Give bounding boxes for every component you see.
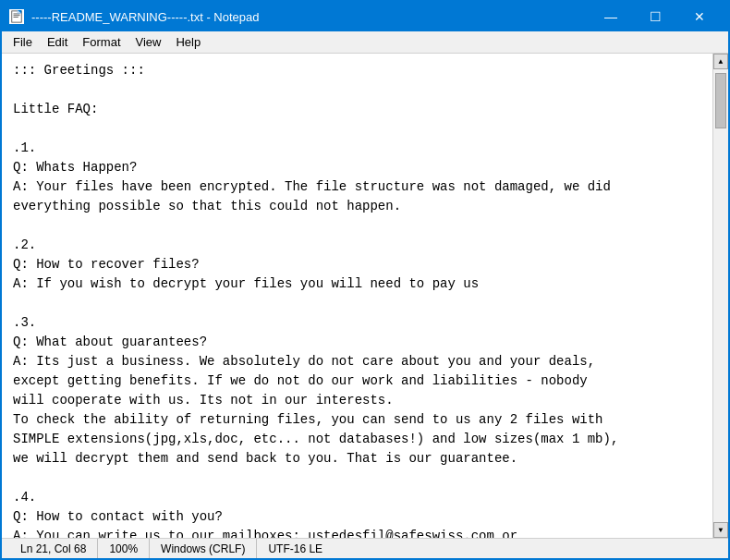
window-title: -----README_WARNING-----.txt - Notepad [31,10,260,24]
minimize-button[interactable]: — [590,2,632,31]
scroll-track[interactable] [713,69,728,522]
maximize-button[interactable]: ☐ [634,2,676,31]
encoding: UTF-16 LE [257,539,334,558]
vertical-scrollbar: ▲ ▼ [712,54,728,538]
svg-rect-2 [14,15,20,16]
menu-file[interactable]: File [6,33,40,51]
menu-format[interactable]: Format [75,33,128,51]
menu-view[interactable]: View [128,33,169,51]
scroll-up-button[interactable]: ▲ [713,54,728,69]
notepad-icon [9,9,24,24]
title-controls: — ☐ ✕ [590,2,721,31]
menu-help[interactable]: Help [168,33,208,51]
line-ending: Windows (CRLF) [150,539,257,558]
menu-bar: File Edit Format View Help [2,31,728,54]
content-area: ::: Greetings ::: Little FAQ: .1. Q: Wha… [2,54,728,538]
close-button[interactable]: ✕ [678,2,721,31]
scroll-down-button[interactable]: ▼ [713,522,728,538]
zoom-level: 100% [98,539,150,558]
text-editor[interactable]: ::: Greetings ::: Little FAQ: .1. Q: Wha… [2,54,712,538]
svg-rect-1 [14,14,20,15]
title-bar: -----README_WARNING-----.txt - Notepad —… [2,2,728,31]
menu-edit[interactable]: Edit [40,33,75,51]
status-bar: Ln 21, Col 68 100% Windows (CRLF) UTF-16… [2,538,728,558]
scroll-thumb[interactable] [715,73,726,128]
title-bar-left: -----README_WARNING-----.txt - Notepad [9,9,260,24]
svg-rect-3 [14,17,18,18]
cursor-position: Ln 21, Col 68 [9,539,98,558]
notepad-window: -----README_WARNING-----.txt - Notepad —… [0,0,730,560]
